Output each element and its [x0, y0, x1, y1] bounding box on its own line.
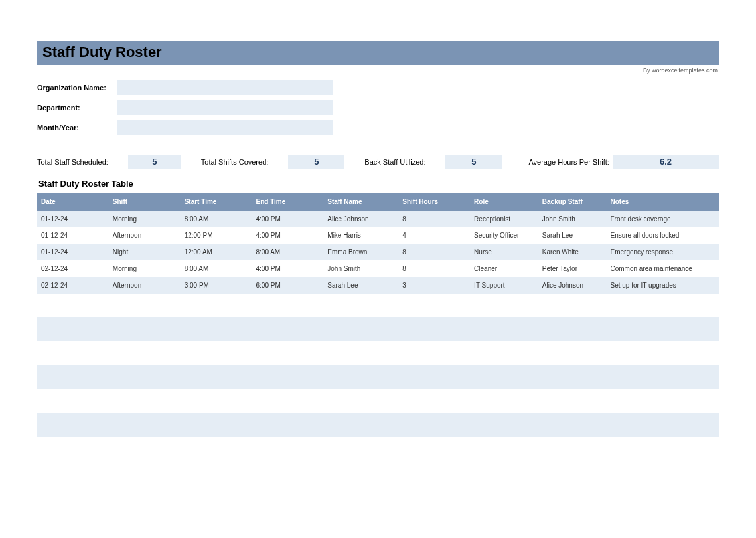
cell-backup: Alice Johnson [538, 277, 607, 294]
cell-empty [37, 365, 719, 389]
col-date: Date [37, 193, 109, 211]
table-section-title: Staff Duty Roster Table [38, 179, 719, 189]
table-row: 02-12-24Morning8:00 AM4:00 PMJohn Smith8… [37, 260, 719, 277]
table-row [37, 389, 719, 413]
cell-empty [37, 389, 719, 413]
cell-backup: Sarah Lee [538, 227, 607, 244]
cell-date: 01-12-24 [37, 227, 109, 244]
cell-shift: Afternoon [109, 227, 181, 244]
cell-notes: Emergency response [606, 244, 719, 260]
cell-date: 02-12-24 [37, 277, 109, 294]
total-shifts-value: 5 [288, 155, 344, 169]
cell-date: 02-12-24 [37, 260, 109, 277]
cell-backup: Peter Taylor [538, 260, 607, 277]
org-label: Organization Name: [37, 84, 117, 92]
cell-hours: 8 [398, 244, 470, 260]
cell-role: Receptionist [470, 211, 538, 227]
cell-start: 8:00 AM [181, 211, 252, 227]
page-title: Staff Duty Roster [37, 41, 719, 65]
cell-hours: 8 [398, 211, 470, 227]
table-row [37, 437, 719, 461]
cell-name: John Smith [323, 260, 398, 277]
dept-label: Department: [37, 104, 117, 112]
cell-hours: 3 [398, 277, 470, 294]
cell-shift: Night [109, 244, 181, 260]
table-row: 01-12-24Night12:00 AM8:00 AMEmma Brown8N… [37, 244, 719, 260]
field-organization: Organization Name: [37, 80, 719, 95]
cell-backup: John Smith [538, 211, 607, 227]
cell-date: 01-12-24 [37, 211, 109, 227]
cell-end: 4:00 PM [252, 211, 323, 227]
table-row [37, 365, 719, 389]
cell-name: Mike Harris [323, 227, 398, 244]
dept-input[interactable] [117, 100, 333, 115]
table-row: 01-12-24Afternoon12:00 PM4:00 PMMike Har… [37, 227, 719, 244]
back-staff-value: 5 [445, 155, 502, 169]
col-end: End Time [252, 193, 323, 211]
cell-name: Alice Johnson [323, 211, 398, 227]
cell-end: 4:00 PM [252, 227, 323, 244]
roster-table: Date Shift Start Time End Time Staff Nam… [37, 193, 719, 461]
cell-end: 4:00 PM [252, 260, 323, 277]
table-header-row: Date Shift Start Time End Time Staff Nam… [37, 193, 719, 211]
cell-shift: Afternoon [109, 277, 181, 294]
cell-empty [37, 341, 719, 365]
avg-hours-value: 6.2 [613, 155, 719, 169]
stats-row: Total Staff Scheduled: 5 Total Shifts Co… [37, 155, 719, 169]
cell-start: 12:00 AM [181, 244, 252, 260]
col-hours: Shift Hours [398, 193, 470, 211]
org-input[interactable] [117, 80, 333, 95]
cell-start: 8:00 AM [181, 260, 252, 277]
cell-empty [37, 437, 719, 461]
cell-backup: Karen White [538, 244, 607, 260]
field-department: Department: [37, 100, 719, 115]
table-row [37, 341, 719, 365]
col-name: Staff Name [323, 193, 398, 211]
field-month-year: Month/Year: [37, 120, 719, 135]
col-role: Role [470, 193, 538, 211]
cell-notes: Common area maintenance [606, 260, 719, 277]
cell-shift: Morning [109, 211, 181, 227]
cell-name: Sarah Lee [323, 277, 398, 294]
avg-hours-label: Average Hours Per Shift: [528, 158, 609, 166]
col-notes: Notes [606, 193, 719, 211]
cell-name: Emma Brown [323, 244, 398, 260]
cell-empty [37, 294, 719, 317]
cell-empty [37, 317, 719, 341]
cell-hours: 8 [398, 260, 470, 277]
table-row: 01-12-24Morning8:00 AM4:00 PMAlice Johns… [37, 211, 719, 227]
page-frame: Staff Duty Roster By wordexceltemplates.… [7, 7, 749, 531]
total-shifts-label: Total Shifts Covered: [201, 158, 269, 166]
cell-start: 3:00 PM [181, 277, 252, 294]
month-input[interactable] [117, 120, 333, 135]
cell-date: 01-12-24 [37, 244, 109, 260]
cell-end: 6:00 PM [252, 277, 323, 294]
credit-text: By wordexceltemplates.com [37, 65, 719, 74]
cell-shift: Morning [109, 260, 181, 277]
cell-end: 8:00 AM [252, 244, 323, 260]
cell-notes: Ensure all doors locked [606, 227, 719, 244]
table-row [37, 317, 719, 341]
cell-role: Security Officer [470, 227, 538, 244]
cell-role: IT Support [470, 277, 538, 294]
table-row: 02-12-24Afternoon3:00 PM6:00 PMSarah Lee… [37, 277, 719, 294]
table-row [37, 413, 719, 437]
month-label: Month/Year: [37, 124, 117, 132]
cell-empty [37, 413, 719, 437]
cell-notes: Set up for IT upgrades [606, 277, 719, 294]
form-fields: Organization Name: Department: Month/Yea… [37, 80, 719, 135]
total-staff-label: Total Staff Scheduled: [37, 158, 108, 166]
col-backup: Backup Staff [538, 193, 607, 211]
col-shift: Shift [109, 193, 181, 211]
back-staff-label: Back Staff Utilized: [364, 158, 425, 166]
total-staff-value: 5 [128, 155, 181, 169]
col-start: Start Time [181, 193, 252, 211]
cell-hours: 4 [398, 227, 470, 244]
cell-notes: Front desk coverage [606, 211, 719, 227]
table-row [37, 294, 719, 317]
cell-role: Nurse [470, 244, 538, 260]
cell-start: 12:00 PM [181, 227, 252, 244]
cell-role: Cleaner [470, 260, 538, 277]
